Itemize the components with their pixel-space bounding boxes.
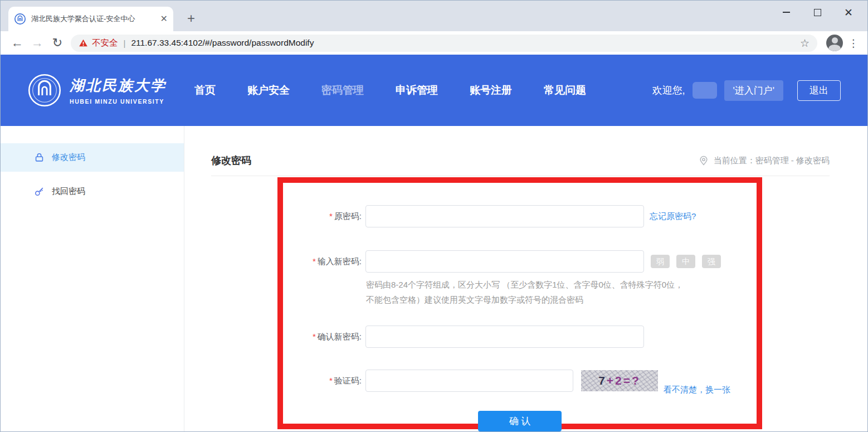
- main-area: 修改密码 当前位置：密码管理 - 修改密码 *原密码: 忘记原密码?: [184, 126, 867, 432]
- captcha-label: *验证码:: [283, 376, 362, 386]
- page-title: 修改密码: [211, 154, 251, 167]
- url-text[interactable]: 211.67.33.45:4102/#/password/passwordMod…: [131, 38, 796, 48]
- captcha-row: *验证码: 7 +2 =? 看不清楚，换一张: [283, 370, 757, 392]
- logo-title: 湖北民族大学: [70, 76, 167, 95]
- nav-item-home[interactable]: 首页: [194, 83, 216, 98]
- nav-item-account-security[interactable]: 账户安全: [247, 83, 290, 98]
- nav-item-password-management[interactable]: 密码管理: [321, 83, 364, 98]
- old-password-row: *原密码: 忘记原密码?: [283, 205, 757, 227]
- old-password-label: *原密码:: [283, 211, 362, 222]
- logout-button[interactable]: 退出: [797, 80, 841, 101]
- captcha-image[interactable]: 7 +2 =?: [581, 370, 658, 391]
- lock-icon: [34, 152, 45, 163]
- new-password-input[interactable]: [365, 250, 644, 273]
- back-button[interactable]: ←: [7, 33, 27, 52]
- window-controls: ✕: [771, 1, 864, 24]
- new-password-row: *输入新密码: 弱 中 强: [283, 250, 757, 273]
- browser-tab[interactable]: 湖北民族大学聚合认证-安全中心 ✕: [8, 7, 173, 31]
- university-logo: 湖北民族大学 HUBEI MINZU UNIVERSITY: [27, 73, 167, 108]
- logo-subtitle: HUBEI MINZU UNIVERSITY: [70, 98, 167, 105]
- password-hint: 密码由8-24个字符组成，区分大小写 （至少含数字1位、含字母0位、含特殊字符0…: [366, 277, 688, 307]
- strength-strong-badge: 强: [702, 255, 721, 268]
- sidebar: 修改密码 找回密码: [1, 126, 184, 432]
- sidebar-item-label: 修改密码: [52, 152, 85, 163]
- strength-weak-badge: 弱: [651, 255, 670, 268]
- main-title-row: 修改密码 当前位置：密码管理 - 修改密码: [211, 154, 830, 167]
- close-icon: ✕: [844, 7, 853, 18]
- key-icon: [34, 186, 45, 197]
- window-minimize-button[interactable]: [771, 1, 802, 24]
- omnibox-separator: |: [124, 38, 126, 48]
- back-arrow-icon: ←: [11, 36, 23, 50]
- required-marker: *: [329, 211, 333, 221]
- reload-button[interactable]: ↻: [47, 33, 67, 52]
- confirm-button[interactable]: 确 认: [478, 411, 562, 431]
- page-content: 修改密码 找回密码 修改密码 当前位置：密码管理 - 修改密码: [1, 126, 867, 432]
- tab-close-icon[interactable]: ✕: [160, 14, 168, 23]
- required-marker: *: [329, 376, 333, 385]
- title-divider: [211, 176, 830, 176]
- security-warning-label[interactable]: 不安全: [92, 37, 118, 49]
- required-marker: *: [313, 256, 316, 266]
- location-pin-icon: [698, 155, 709, 166]
- forward-button[interactable]: →: [27, 33, 47, 52]
- welcome-text: 欢迎您,: [652, 84, 685, 97]
- old-password-input[interactable]: [365, 205, 644, 227]
- new-password-label: *输入新密码:: [283, 256, 362, 267]
- captcha-refresh-link[interactable]: 看不清楚，换一张: [664, 385, 730, 395]
- window-close-button[interactable]: ✕: [833, 1, 864, 24]
- sidebar-item-recover-password[interactable]: 找回密码: [1, 177, 184, 206]
- site-favicon-icon: [14, 13, 26, 25]
- captcha-input[interactable]: [365, 370, 573, 392]
- breadcrumb-text: 当前位置：密码管理 - 修改密码: [714, 156, 830, 166]
- bookmark-star-icon[interactable]: ☆: [800, 37, 810, 50]
- new-tab-button[interactable]: +: [183, 11, 199, 26]
- reload-icon: ↻: [52, 36, 62, 50]
- confirm-password-input[interactable]: [365, 326, 644, 348]
- security-warning-icon: [79, 38, 88, 47]
- enter-portal-button[interactable]: '进入门户': [724, 80, 784, 101]
- browser-toolbar: ← → ↻ 不安全 | 211.67.33.45:4102/#/password…: [1, 31, 867, 55]
- header-right: 欢迎您, '进入门户' 退出: [652, 80, 841, 101]
- required-marker: *: [313, 332, 316, 341]
- main-nav: 首页 账户安全 密码管理 申诉管理 账号注册 常见问题: [194, 83, 586, 98]
- minimize-icon: [783, 12, 790, 13]
- nav-item-appeal-management[interactable]: 申诉管理: [396, 83, 438, 98]
- logo-text: 湖北民族大学 HUBEI MINZU UNIVERSITY: [70, 76, 167, 105]
- sidebar-item-modify-password[interactable]: 修改密码: [1, 143, 184, 172]
- tab-title: 湖北民族大学聚合认证-安全中心: [31, 14, 157, 24]
- username-redacted: [693, 82, 717, 99]
- forward-arrow-icon: →: [31, 36, 43, 50]
- nav-item-faq[interactable]: 常见问题: [544, 83, 586, 98]
- password-strength-meter: 弱 中 强: [651, 255, 721, 268]
- window-maximize-button[interactable]: [802, 1, 833, 24]
- maximize-icon: [814, 9, 821, 16]
- breadcrumb: 当前位置：密码管理 - 修改密码: [698, 155, 830, 166]
- confirm-password-label: *确认新密码:: [283, 332, 362, 342]
- browser-menu-icon[interactable]: ⋮: [846, 37, 861, 50]
- nav-item-account-register[interactable]: 账号注册: [470, 83, 512, 98]
- university-emblem-icon: [27, 73, 62, 108]
- confirm-password-row: *确认新密码:: [283, 326, 757, 348]
- browser-window: 湖北民族大学聚合认证-安全中心 ✕ + ✕ ← → ↻ 不安全 | 211.67…: [0, 0, 868, 432]
- strength-medium-badge: 中: [676, 255, 695, 268]
- sidebar-item-label: 找回密码: [52, 186, 85, 197]
- site-header: 湖北民族大学 HUBEI MINZU UNIVERSITY 首页 账户安全 密码…: [1, 55, 867, 126]
- address-bar[interactable]: 不安全 | 211.67.33.45:4102/#/password/passw…: [71, 35, 817, 52]
- browser-titlebar: 湖北民族大学聚合认证-安全中心 ✕ + ✕: [1, 1, 867, 31]
- profile-avatar[interactable]: [826, 35, 843, 51]
- form-highlight-box: *原密码: 忘记原密码? *输入新密码: 弱 中 强 密码由8-24个字符组成，…: [277, 177, 762, 429]
- forgot-password-link[interactable]: 忘记原密码?: [650, 211, 696, 222]
